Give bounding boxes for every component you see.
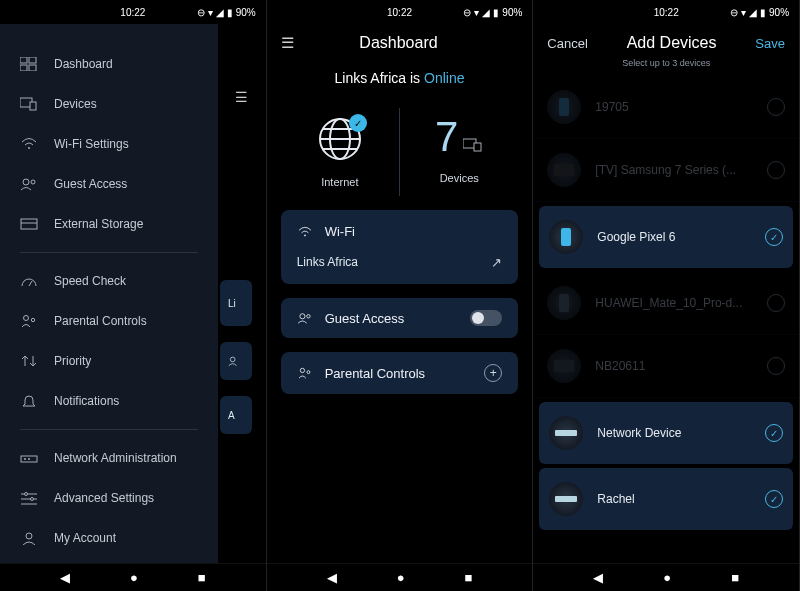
page-title: Dashboard <box>294 34 504 52</box>
nav-recent-icon[interactable]: ■ <box>198 570 206 585</box>
menu-network-admin[interactable]: Network Administration <box>0 438 218 478</box>
svg-rect-0 <box>20 57 27 63</box>
page-subtitle: Select up to 3 devices <box>533 58 799 68</box>
status-battery-pct: 90% <box>502 7 522 18</box>
menu-speed-check[interactable]: Speed Check <box>0 261 218 301</box>
add-icon[interactable]: + <box>484 364 502 382</box>
status-dnd-icon: ⊖ <box>730 7 738 18</box>
devices-tile[interactable]: 7 Devices <box>399 108 518 196</box>
wifi-card[interactable]: Wi-Fi Links Africa ↗ <box>281 210 519 284</box>
device-icon <box>547 90 581 124</box>
hamburger-icon[interactable]: ☰ <box>281 34 294 52</box>
device-row[interactable]: [TV] Samsung 7 Series (... <box>533 139 799 202</box>
android-nav: ◀ ● ■ <box>533 563 799 591</box>
status-signal-icon: ◢ <box>749 7 757 18</box>
device-row[interactable]: 19705 <box>533 76 799 139</box>
cancel-button[interactable]: Cancel <box>547 36 587 51</box>
menu-devices-label: Devices <box>54 97 97 111</box>
device-radio[interactable]: ✓ <box>765 490 783 508</box>
check-icon: ✓ <box>349 114 367 132</box>
nav-back-icon[interactable]: ◀ <box>593 570 603 585</box>
nav-home-icon[interactable]: ● <box>397 570 405 585</box>
priority-icon <box>20 353 38 369</box>
wifi-icon <box>20 136 38 152</box>
svg-rect-3 <box>29 65 36 71</box>
status-bar: 10:22 ⊖ ▾ ◢ ▮ 90% <box>0 0 266 24</box>
device-row[interactable]: Network Device✓ <box>539 402 793 464</box>
svg-line-11 <box>29 281 32 286</box>
device-radio[interactable] <box>767 161 785 179</box>
parental-card-title: Parental Controls <box>325 366 425 381</box>
menu-guest-access[interactable]: Guest Access <box>0 164 218 204</box>
svg-point-8 <box>31 180 35 184</box>
menu-advanced-settings[interactable]: Advanced Settings <box>0 478 218 518</box>
android-nav: ◀ ● ■ <box>0 563 266 591</box>
internet-tile[interactable]: ✓ Internet <box>281 108 399 196</box>
status-battery-icon: ▮ <box>493 7 499 18</box>
guest-access-icon <box>297 312 313 324</box>
svg-rect-1 <box>29 57 36 63</box>
status-dnd-icon: ⊖ <box>463 7 471 18</box>
account-icon <box>20 530 38 546</box>
android-nav: ◀ ● ■ <box>267 563 533 591</box>
device-row[interactable]: Rachel✓ <box>539 468 793 530</box>
peek-card-guest[interactable] <box>220 342 252 380</box>
device-radio[interactable] <box>767 98 785 116</box>
router-icon <box>20 450 38 466</box>
network-status: Links Africa is Online <box>281 70 519 86</box>
save-button[interactable]: Save <box>755 36 785 51</box>
menu-guest-label: Guest Access <box>54 177 127 191</box>
menu-my-account[interactable]: My Account <box>0 518 218 558</box>
guest-toggle[interactable] <box>470 310 502 326</box>
device-radio[interactable] <box>767 357 785 375</box>
device-radio[interactable]: ✓ <box>765 228 783 246</box>
status-wifi-icon: ▾ <box>474 7 479 18</box>
dashboard-peek-cards: Li A <box>220 280 252 434</box>
svg-point-12 <box>24 316 29 321</box>
menu-devices[interactable]: Devices <box>0 84 218 124</box>
nav-recent-icon[interactable]: ■ <box>731 570 739 585</box>
phone-dashboard: 10:22 ⊖ ▾ ◢ ▮ 90% ☰ Dashboard Links Afri… <box>267 0 534 591</box>
online-badge: Online <box>424 70 464 86</box>
menu-priority[interactable]: Priority <box>0 341 218 381</box>
menu-dashboard[interactable]: Dashboard <box>0 44 218 84</box>
device-icon <box>549 220 583 254</box>
nav-recent-icon[interactable]: ■ <box>464 570 472 585</box>
peek-card-wifi[interactable]: Li <box>220 280 252 326</box>
internet-label: Internet <box>321 176 358 188</box>
status-dnd-icon: ⊖ <box>197 7 205 18</box>
status-bar: 10:22 ⊖ ▾ ◢ ▮ 90% <box>533 0 799 24</box>
phone-menu-drawer: 10:22 ⊖ ▾ ◢ ▮ 90% ☰ Dashboard Devices Wi… <box>0 0 267 591</box>
nav-back-icon[interactable]: ◀ <box>327 570 337 585</box>
guest-card-title: Guest Access <box>325 311 404 326</box>
menu-external-storage[interactable]: External Storage <box>0 204 218 244</box>
nav-back-icon[interactable]: ◀ <box>60 570 70 585</box>
parental-controls-card[interactable]: Parental Controls + <box>281 352 519 394</box>
svg-point-34 <box>300 368 304 372</box>
menu-parental-controls[interactable]: Parental Controls <box>0 301 218 341</box>
menu-notifications[interactable]: Notifications <box>0 381 218 421</box>
hamburger-icon[interactable]: ☰ <box>235 89 248 105</box>
device-icon <box>547 286 581 320</box>
bell-icon <box>20 393 38 409</box>
status-signal-icon: ◢ <box>482 7 490 18</box>
status-battery-icon: ▮ <box>760 7 766 18</box>
svg-rect-2 <box>20 65 27 71</box>
device-list: 19705[TV] Samsung 7 Series (...Google Pi… <box>533 76 799 534</box>
nav-home-icon[interactable]: ● <box>130 570 138 585</box>
share-icon[interactable]: ↗ <box>491 255 502 270</box>
device-row[interactable]: NB20611 <box>533 335 799 398</box>
device-radio[interactable] <box>767 294 785 312</box>
guest-access-card[interactable]: Guest Access <box>281 298 519 338</box>
device-row[interactable]: Google Pixel 6✓ <box>539 206 793 268</box>
device-radio[interactable]: ✓ <box>765 424 783 442</box>
network-name: Links Africa <box>335 70 407 86</box>
menu-wifi-settings[interactable]: Wi-Fi Settings <box>0 124 218 164</box>
parental-icon <box>297 367 313 379</box>
peek-card-parental[interactable]: A <box>220 396 252 434</box>
nav-home-icon[interactable]: ● <box>663 570 671 585</box>
svg-point-13 <box>31 318 34 321</box>
menu-netadmin-label: Network Administration <box>54 451 177 465</box>
svg-point-23 <box>230 357 235 362</box>
device-row[interactable]: HUAWEI_Mate_10_Pro-d... <box>533 272 799 335</box>
